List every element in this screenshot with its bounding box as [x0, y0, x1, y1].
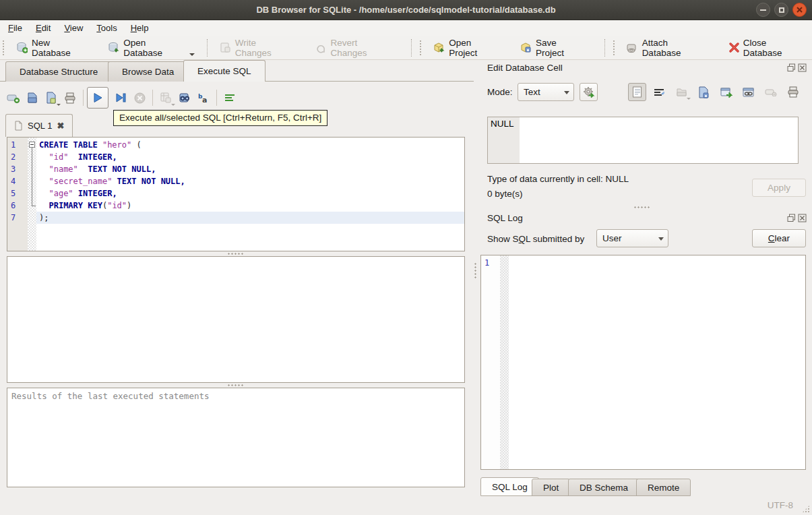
apply-button[interactable]: Apply	[752, 179, 806, 197]
stop-button[interactable]	[130, 88, 149, 107]
dock-tab-remote[interactable]: Remote	[636, 479, 691, 496]
open-project-button[interactable]: Open Project	[427, 34, 507, 61]
word-wrap-button[interactable]	[220, 88, 239, 107]
toolbar-drag-handle[interactable]	[613, 40, 616, 56]
revert-changes-label: Revert Changes	[331, 38, 394, 58]
tab-database-structure[interactable]: Database Structure	[5, 61, 112, 82]
open-sql-tab-button[interactable]	[4, 88, 23, 107]
results-placeholder: Results of the last executed statements	[11, 391, 210, 401]
save-results-button[interactable]	[156, 88, 175, 107]
cell-set-null-button[interactable]	[761, 83, 780, 101]
open-sql-file-button[interactable]	[23, 88, 42, 107]
edit-cell-title: Edit Database Cell	[487, 63, 563, 73]
cell-copy-link-button[interactable]	[739, 83, 757, 101]
sql-log-view[interactable]: 1	[480, 255, 806, 470]
svg-text:a: a	[202, 96, 207, 104]
toolbar-separator	[604, 39, 605, 57]
maximize-button[interactable]	[774, 3, 788, 17]
sql-log-dock-buttons	[787, 214, 807, 222]
results-table-pane[interactable]	[7, 256, 465, 383]
editor-code[interactable]: CREATE TABLE "hero" ( "id" INTEGER, "nam…	[36, 138, 464, 251]
tab-browse-data[interactable]: Browse Data	[108, 61, 188, 82]
revert-changes-button[interactable]: Revert Changes	[309, 34, 400, 61]
cell-word-wrap-button[interactable]	[650, 83, 668, 101]
sql-toolbar-separator	[83, 90, 84, 106]
close-icon	[797, 7, 803, 13]
toolbar-separator	[411, 39, 412, 57]
save-sql-file-button[interactable]	[42, 88, 61, 107]
close-database-button[interactable]: Close Database	[722, 34, 812, 61]
format-sql-button[interactable]: b a	[194, 88, 213, 107]
import-mode-button[interactable]	[580, 83, 598, 101]
sql-toolbar-separator	[152, 90, 153, 106]
execute-line-button[interactable]	[111, 88, 130, 107]
resize-grip-icon[interactable]	[802, 505, 810, 513]
format-sql-icon: b a	[197, 92, 210, 104]
titlebar[interactable]: DB Browser for SQLite - /home/user/code/…	[0, 0, 812, 20]
cell-value: NULL	[491, 119, 514, 129]
write-changes-button[interactable]: Write Changes	[213, 34, 299, 61]
cell-import-button[interactable]	[673, 83, 691, 101]
new-database-button[interactable]: New Database	[9, 34, 96, 61]
dock-tab-sql-log[interactable]: SQL Log	[480, 477, 539, 496]
encoding-indicator[interactable]: UTF-8	[768, 500, 793, 510]
cell-text-mode-button[interactable]	[628, 83, 646, 101]
sql-file-icon	[14, 121, 23, 131]
execute-all-button[interactable]	[87, 87, 108, 109]
dock-float-icon[interactable]	[787, 214, 796, 222]
cell-export-button[interactable]	[695, 83, 713, 101]
tab-execute-sql[interactable]: Execute SQL	[183, 60, 266, 82]
save-project-button[interactable]: Save Project	[513, 34, 592, 61]
open-project-label: Open Project	[449, 38, 500, 58]
open-database-icon	[108, 42, 119, 53]
toolbar-separator	[207, 39, 208, 57]
open-database-dropdown-icon[interactable]	[189, 53, 195, 56]
sql-tab-label: SQL 1	[28, 121, 52, 131]
sql-editor[interactable]: 1234567 CREATE TABLE "hero" ( "id" INTEG…	[7, 137, 465, 251]
toolbar-drag-handle[interactable]	[2, 40, 5, 56]
mode-label: Mode:	[487, 87, 513, 97]
cell-value-editor[interactable]: NULL	[487, 117, 799, 164]
folder-gray-icon	[676, 87, 687, 98]
print-button[interactable]	[61, 88, 80, 107]
clear-log-button[interactable]: Clear	[752, 229, 806, 247]
editor-fold-margin[interactable]	[28, 138, 36, 251]
open-database-button[interactable]: Open Database	[101, 34, 201, 61]
close-button[interactable]	[792, 3, 807, 17]
dock-splitter[interactable]	[633, 206, 651, 208]
cell-print-button[interactable]	[784, 83, 802, 101]
results-message-pane[interactable]: Results of the last executed statements	[7, 388, 465, 487]
main-toolbar: New Database Open Database Write Changes…	[0, 36, 812, 60]
log-content[interactable]	[509, 255, 805, 469]
menu-tools[interactable]: Tools	[90, 21, 123, 35]
panel-splitter[interactable]	[472, 60, 478, 495]
cell-open-in-app-button[interactable]	[717, 83, 735, 101]
dock-close-icon[interactable]	[798, 63, 807, 72]
splitter-handle-icon	[227, 384, 245, 386]
menu-help[interactable]: Help	[124, 21, 156, 35]
results-splitter[interactable]	[7, 383, 465, 388]
log-filter-combobox[interactable]: User	[596, 229, 668, 247]
attach-database-icon	[626, 42, 637, 53]
fold-collapse-icon[interactable]	[29, 142, 35, 148]
menu-edit[interactable]: Edit	[29, 21, 57, 35]
editor-splitter[interactable]	[7, 251, 465, 256]
execute-line-icon	[115, 92, 126, 103]
menu-view[interactable]: View	[57, 21, 90, 35]
minimize-icon	[760, 9, 766, 11]
dock-tab-db-schema[interactable]: DB Schema	[568, 479, 639, 496]
sql-log-title: SQL Log	[487, 213, 523, 223]
attach-database-button[interactable]: Attach Database	[619, 34, 713, 61]
minimize-button[interactable]	[756, 3, 770, 17]
dock-tab-plot[interactable]: Plot	[532, 479, 570, 496]
sql-tab-close-icon[interactable]: ✖	[57, 121, 64, 131]
toolbar-drag-handle[interactable]	[419, 40, 423, 56]
menu-file[interactable]: File	[1, 21, 29, 35]
close-database-icon	[729, 42, 739, 53]
dock-float-icon[interactable]	[787, 63, 796, 72]
editor-gutter: 1234567	[7, 138, 28, 251]
mode-combobox[interactable]: Text	[518, 83, 574, 101]
tab-sql-1[interactable]: SQL 1 ✖	[5, 114, 73, 137]
dock-close-icon[interactable]	[798, 214, 807, 222]
find-replace-button[interactable]	[175, 88, 194, 107]
